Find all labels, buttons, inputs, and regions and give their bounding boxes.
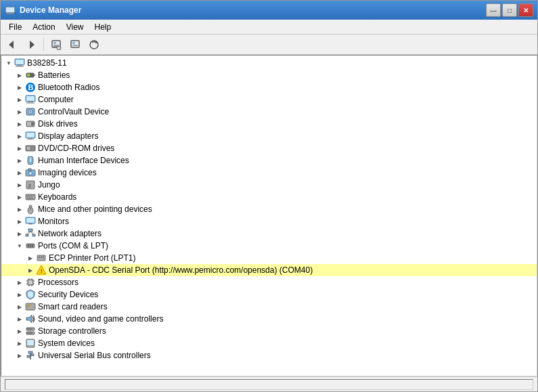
title-bar: Device Manager — □ ✕ (1, 1, 537, 20)
expand-icon-smartcard[interactable] (15, 302, 24, 311)
expand-icon-hid[interactable] (15, 156, 24, 165)
expand-icon-opensda[interactable] (26, 265, 35, 275)
node-icon-display (25, 131, 36, 141)
tree-item-usb[interactable]: Universal Serial Bus controllers (1, 349, 537, 362)
expand-icon-system[interactable] (15, 339, 24, 348)
node-icon-smartcard (25, 301, 36, 312)
svg-rect-17 (16, 60, 24, 64)
expand-icon-dvd[interactable] (15, 144, 24, 153)
maximize-button[interactable]: □ (502, 3, 517, 17)
toolbar: ? (1, 35, 537, 55)
svg-rect-91 (27, 305, 30, 307)
node-icon-opensda: ! (36, 265, 47, 276)
menu-action[interactable]: Action (27, 21, 60, 33)
minimize-button[interactable]: — (486, 3, 501, 17)
expand-icon-ports[interactable] (15, 241, 24, 251)
expand-icon-ecp[interactable] (26, 253, 35, 263)
expand-icon-disk[interactable] (15, 119, 24, 129)
tree-item-smartcard[interactable]: Smart card readers (1, 301, 537, 313)
svg-rect-28 (26, 103, 35, 104)
tree-item-system[interactable]: System devices (1, 337, 537, 349)
svg-rect-12 (72, 42, 75, 44)
node-icon-system (25, 338, 36, 349)
expand-icon-display[interactable] (15, 131, 24, 141)
tree-item-security[interactable]: Security Devices (1, 288, 537, 301)
expand-icon-sound[interactable] (15, 314, 24, 324)
tree-item-jungo[interactable]: JJungo (1, 179, 537, 191)
tree-root[interactable]: B38285-11 (1, 57, 537, 69)
svg-point-61 (29, 205, 32, 208)
expand-icon-processors[interactable] (15, 278, 24, 287)
svg-rect-57 (31, 197, 32, 198)
forward-button[interactable] (22, 37, 40, 53)
tree-item-network[interactable]: Network adapters (1, 227, 537, 240)
expand-icon-bluetooth[interactable] (15, 83, 24, 92)
svg-rect-71 (28, 244, 29, 247)
status-panel (5, 379, 533, 390)
back-button[interactable] (3, 37, 21, 53)
tree-item-computer[interactable]: Computer (1, 93, 537, 106)
svg-rect-73 (32, 244, 33, 247)
menu-help[interactable]: Help (89, 21, 117, 33)
expand-icon-storage[interactable] (15, 326, 24, 336)
device-tree[interactable]: B38285-11 BatteriesBBluetooth RadiosComp… (1, 55, 537, 376)
properties-button[interactable]: ? (47, 37, 65, 53)
root-label: B38285-11 (27, 58, 67, 68)
expand-icon-imaging[interactable] (15, 168, 24, 177)
svg-marker-92 (26, 315, 32, 323)
svg-rect-2 (6, 7, 14, 12)
expand-icon-computer[interactable] (15, 95, 24, 104)
svg-rect-74 (37, 255, 45, 261)
tree-item-imaging[interactable]: Imaging devices (1, 167, 537, 179)
tree-item-ecp[interactable]: ECP Printer Port (LPT1) (1, 252, 537, 264)
node-label-system: System devices (38, 339, 95, 348)
tree-item-monitors[interactable]: Monitors (1, 215, 537, 227)
tree-item-hid[interactable]: Human Interface Devices (1, 154, 537, 167)
root-expand-icon[interactable] (4, 58, 14, 68)
svg-text:B: B (28, 83, 34, 91)
node-label-mice: Mice and other pointing devices (38, 204, 152, 214)
svg-point-96 (32, 332, 34, 334)
menu-file[interactable]: File (3, 21, 27, 33)
tree-item-mice[interactable]: Mice and other pointing devices (1, 203, 537, 215)
expand-icon-batteries[interactable] (15, 70, 24, 80)
tree-item-display[interactable]: Display adapters (1, 130, 537, 142)
node-label-disk: Disk drives (38, 119, 78, 129)
tree-item-storage[interactable]: Storage controllers (1, 325, 537, 337)
expand-icon-keyboards[interactable] (15, 192, 24, 202)
tree-item-processors[interactable]: Processors (1, 276, 537, 288)
expand-icon-jungo[interactable] (15, 180, 24, 190)
node-icon-monitors (25, 216, 36, 227)
tree-item-batteries[interactable]: Batteries (1, 69, 537, 81)
svg-rect-22 (27, 74, 30, 77)
expand-icon-mice[interactable] (15, 204, 24, 214)
tree-item-controlvault[interactable]: ControlVault Device (1, 106, 537, 118)
node-icon-network (25, 228, 36, 239)
update-button[interactable] (85, 37, 103, 53)
tree-item-dvd[interactable]: DVD/CD-ROM drives (1, 142, 537, 154)
close-button[interactable]: ✕ (518, 3, 533, 17)
tree-item-disk[interactable]: Disk drives (1, 118, 537, 130)
node-icon-security (25, 289, 36, 300)
node-label-hid: Human Interface Devices (38, 156, 129, 165)
tree-item-opensda[interactable]: !OpenSDA - CDC Serial Port (http://www.p… (1, 264, 537, 276)
expand-icon-network[interactable] (15, 229, 24, 238)
help-button[interactable] (66, 37, 84, 53)
svg-rect-81 (28, 280, 32, 284)
svg-rect-27 (28, 102, 33, 103)
tree-item-sound[interactable]: Sound, video and game controllers (1, 313, 537, 325)
node-icon-ports (25, 240, 36, 251)
node-label-opensda: OpenSDA - CDC Serial Port (http://www.pe… (49, 265, 313, 275)
node-label-computer: Computer (38, 95, 74, 104)
node-label-dvd: DVD/CD-ROM drives (38, 144, 114, 153)
node-icon-controlvault (25, 106, 36, 117)
tree-item-bluetooth[interactable]: BBluetooth Radios (1, 81, 537, 93)
menu-view[interactable]: View (61, 21, 89, 33)
expand-icon-usb[interactable] (15, 351, 24, 360)
node-icon-ecp (36, 253, 47, 263)
expand-icon-controlvault[interactable] (15, 107, 24, 116)
tree-item-keyboards[interactable]: Keyboards (1, 191, 537, 203)
expand-icon-monitors[interactable] (15, 217, 24, 226)
tree-item-ports[interactable]: Ports (COM & LPT) (1, 240, 537, 252)
expand-icon-security[interactable] (15, 290, 24, 299)
